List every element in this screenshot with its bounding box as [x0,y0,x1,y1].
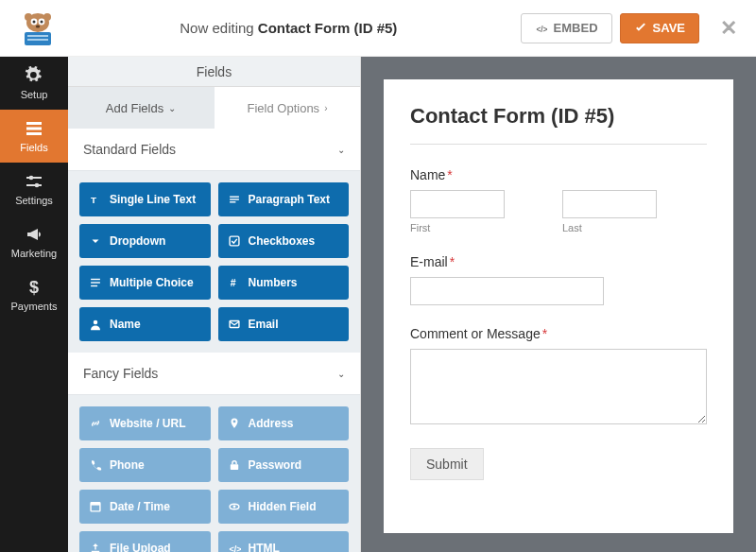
topbar-actions: EMBED SAVE ✕ [521,13,737,43]
nav-payments[interactable]: Payments [0,268,68,321]
last-sublabel: Last [562,222,707,233]
field-label: Phone [110,458,145,472]
link-icon [89,417,102,430]
left-nav: SetupFieldsSettingsMarketingPayments [0,57,68,552]
hash-icon [228,276,241,289]
grid-fancy: Website / URLAddressPhonePasswordDate / … [68,395,360,552]
email-label: E-mail* [410,254,707,269]
svg-point-34 [36,25,40,27]
para-icon [228,193,241,206]
nav-settings[interactable]: Settings [0,163,68,216]
bullhorn-icon [25,225,43,244]
field-html[interactable]: HTML [218,531,350,552]
radio-icon [89,276,102,289]
field-name[interactable]: Name* First Last [410,167,707,233]
email-input[interactable] [410,277,604,305]
first-sublabel: First [410,222,555,233]
section-title: Fancy Fields [83,366,158,381]
editing-prefix: Now editing [180,20,258,36]
field-label: Checkboxes [249,234,316,248]
svg-point-28 [25,13,32,21]
code-icon [228,542,241,552]
nav-fields[interactable]: Fields [0,110,68,163]
field-phone[interactable]: Phone [79,448,211,482]
builder-header: Fields [68,57,360,87]
caret-icon [89,234,102,248]
comment-textarea[interactable] [410,349,707,424]
nav-label: Fields [20,142,47,153]
grid-std: Single Line TextParagraph TextDropdownCh… [68,171,360,353]
dollar-icon [25,278,43,297]
field-label: Name [110,318,141,331]
save-button[interactable]: SAVE [620,13,699,43]
field-label: Single Line Text [110,193,196,206]
tab-field-options[interactable]: Field Options › [214,87,360,129]
text-icon [89,193,102,206]
app-logo [19,9,57,47]
mail-icon [228,318,241,331]
field-email[interactable]: Email [218,307,350,341]
field-name[interactable]: Name [79,307,211,341]
embed-label: EMBED [554,21,598,35]
chevron-down-icon: ⌄ [337,369,345,379]
last-name-input[interactable] [562,190,657,218]
field-label: Password [249,458,302,472]
field-file-upload[interactable]: File Upload [79,531,211,552]
form-preview: Contact Form (ID #5) Name* First Last E-… [384,79,733,533]
field-dropdown[interactable]: Dropdown [79,224,211,258]
sliders-icon [25,172,43,191]
tab-add-fields[interactable]: Add Fields ⌄ [68,87,214,129]
chevron-down-icon: ⌄ [337,145,345,155]
svg-point-29 [43,13,51,21]
section-title: Standard Fields [83,142,176,157]
first-name-input[interactable] [410,190,505,218]
field-label: Date / Time [110,500,170,513]
embed-button[interactable]: EMBED [521,13,612,43]
pin-icon [228,417,241,430]
form-title: Contact Form (ID #5) [410,104,707,145]
editing-form-name: Contact Form (ID #5) [258,20,398,36]
section-std[interactable]: Standard Fields⌄ [68,129,360,171]
field-address[interactable]: Address [218,406,350,440]
field-hidden-field[interactable]: Hidden Field [218,490,350,524]
comment-label: Comment or Message* [410,326,707,341]
list-icon [25,119,43,138]
field-date-time[interactable]: Date / Time [79,490,211,524]
chevron-right-icon: › [324,103,327,113]
field-multiple-choice[interactable]: Multiple Choice [79,266,211,300]
nav-marketing[interactable]: Marketing [0,216,68,268]
field-comment[interactable]: Comment or Message* [410,326,707,427]
field-label: Dropdown [110,234,165,248]
check-icon [634,22,647,35]
tab-options-label: Field Options [248,101,320,115]
nav-setup[interactable]: Setup [0,57,68,110]
embed-icon [535,22,548,35]
close-icon[interactable]: ✕ [720,16,737,41]
svg-point-32 [33,20,36,23]
field-paragraph-text[interactable]: Paragraph Text [218,182,350,216]
editing-title: Now editing Contact Form (ID #5) [57,20,521,36]
field-label: Multiple Choice [110,276,194,289]
field-password[interactable]: Password [218,448,350,482]
field-label: Email [249,318,279,331]
chevron-down-icon: ⌄ [168,103,176,113]
field-numbers[interactable]: Numbers [218,266,350,300]
svg-rect-37 [27,39,48,41]
tab-add-label: Add Fields [106,101,163,115]
svg-rect-36 [27,35,48,37]
submit-button[interactable]: Submit [410,448,484,480]
field-checkboxes[interactable]: Checkboxes [218,224,350,258]
check-icon [228,234,241,248]
field-website-url[interactable]: Website / URL [79,406,211,440]
name-label: Name* [410,167,707,182]
eye-icon [228,500,241,513]
field-email[interactable]: E-mail* [410,254,707,305]
builder-tabs: Add Fields ⌄ Field Options › [68,87,360,129]
section-fancy[interactable]: Fancy Fields⌄ [68,353,360,395]
field-label: HTML [249,542,280,552]
fields-panel[interactable]: Standard Fields⌄Single Line TextParagrap… [68,129,360,552]
lock-icon [228,458,241,472]
field-label: Paragraph Text [249,193,330,206]
save-label: SAVE [653,21,685,35]
field-single-line-text[interactable]: Single Line Text [79,182,211,216]
